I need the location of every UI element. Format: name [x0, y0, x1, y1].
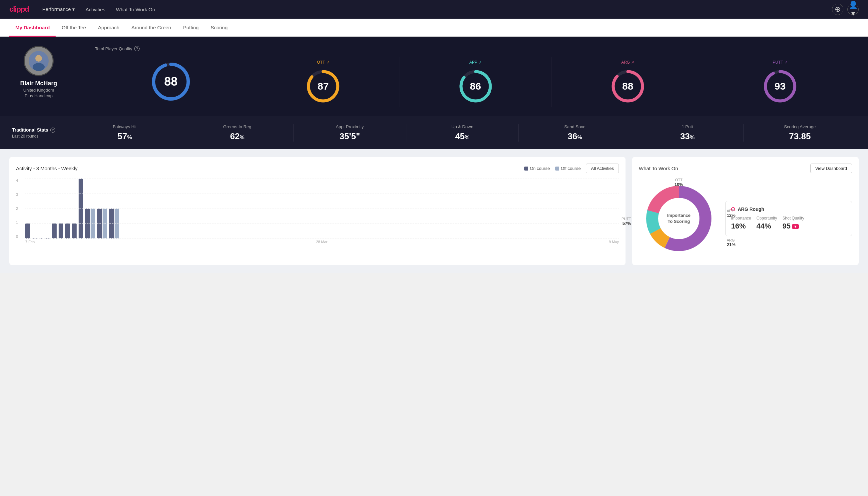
donut-label-putt: PUTT 57% [621, 217, 631, 226]
tab-my-dashboard[interactable]: My Dashboard [9, 19, 56, 37]
nav-activities[interactable]: Activities [85, 7, 105, 12]
gauge-app-value: 86 [470, 81, 481, 92]
circle-ott: 87 [305, 68, 342, 105]
tab-off-the-tee[interactable]: Off the Tee [56, 19, 92, 37]
detail-card-header: ARG Rough [731, 206, 846, 212]
x-label-feb: 7 Feb [25, 240, 35, 244]
detail-card-name: ARG Rough [738, 206, 764, 212]
gauge-ott-label: OTT ↗ [317, 60, 329, 65]
ds-importance: Importance 16% [731, 216, 751, 231]
donut-chart-wrap: Importance To Scoring OTT 10% APP 12% AR… [639, 179, 719, 259]
bar-off [114, 208, 119, 238]
gauge-arg: ARG ↗ 88 [552, 57, 704, 107]
profile-country: United Kingdom [23, 88, 54, 93]
bar-on [65, 223, 70, 238]
legend-on-course: On course [524, 166, 550, 171]
stat-1-putt: 1 Putt 33% [631, 124, 744, 142]
ds-quality-val: 95▼ [783, 222, 804, 231]
bar-group-11 [97, 208, 107, 238]
circle-app: 86 [457, 68, 494, 105]
wtw-card: What To Work On View Dashboard [632, 157, 859, 265]
bar-group-3 [38, 238, 43, 238]
ds-shot-quality: Shot Quality 95▼ [783, 216, 804, 231]
view-dashboard-button[interactable]: View Dashboard [810, 164, 852, 173]
tab-approach[interactable]: Approach [92, 19, 125, 37]
nav-performance[interactable]: Performance ▾ [42, 6, 75, 12]
activity-card-title: Activity - 3 Months - Weekly [16, 166, 78, 171]
top-nav: clippd Performance ▾ Activities What To … [0, 0, 868, 19]
wtw-header: What To Work On View Dashboard [639, 164, 852, 173]
bar-empty [45, 238, 50, 238]
donut-label-ott: OTT 10% [675, 178, 683, 187]
user-menu-button[interactable]: 👤 ▾ [847, 4, 859, 15]
stat-sand-save: Sand Save 36% [519, 124, 631, 142]
gauge-main-value: 88 [164, 75, 177, 89]
activity-controls: On course Off course All Activities [524, 164, 619, 173]
trad-stats-help-icon[interactable]: ? [50, 128, 55, 133]
y-axis: 43210 [16, 179, 18, 238]
bar-group-1 [25, 223, 30, 238]
circle-putt: 93 [762, 68, 799, 105]
donut-center-label: Importance To Scoring [667, 213, 691, 224]
bar-empty [32, 238, 37, 238]
stat-scoring-avg: Scoring Average 73.85 [744, 124, 856, 142]
donut-center-text: Importance To Scoring [667, 213, 691, 224]
tab-scoring[interactable]: Scoring [205, 19, 234, 37]
bar-group-6 [59, 223, 63, 238]
bar-on [109, 208, 114, 238]
bar-on [59, 223, 63, 238]
gauge-main: 88 [95, 57, 247, 107]
trad-stats-label: Traditional Stats ? [12, 127, 55, 133]
gauge-putt-label: PUTT ↗ [773, 60, 787, 65]
tab-around-the-green[interactable]: Around the Green [125, 19, 177, 37]
bar-group-10 [85, 208, 95, 238]
trad-stats-subtitle: Last 20 rounds [12, 134, 55, 139]
bar-on [97, 208, 102, 238]
quality-section: Total Player Quality ? 88 [95, 46, 856, 107]
ds-opportunity-label: Opportunity [756, 216, 777, 220]
legend-off-course: Off course [555, 166, 581, 171]
bar-on [79, 179, 83, 238]
detail-card: ARG Rough Importance 16% Opportunity 44%… [725, 201, 852, 236]
legend-off-dot [555, 167, 559, 171]
bar-group-2 [32, 238, 37, 238]
nav-what-to-work-on[interactable]: What To Work On [116, 7, 155, 12]
gauge-arg-label: ARG ↗ [621, 60, 634, 65]
tab-putting[interactable]: Putting [177, 19, 205, 37]
profile-name: Blair McHarg [20, 80, 57, 87]
logo[interactable]: clippd [9, 5, 29, 14]
stats-section: Traditional Stats ? Last 20 rounds Fairw… [0, 117, 868, 149]
quality-help-icon[interactable]: ? [134, 46, 140, 51]
svg-point-1 [35, 55, 42, 62]
bar-group-5 [52, 223, 57, 238]
gauge-putt: PUTT ↗ 93 [704, 57, 856, 107]
activity-card-header: Activity - 3 Months - Weekly On course O… [16, 164, 619, 173]
gauge-putt-value: 93 [774, 81, 785, 92]
bar-group-12 [109, 208, 119, 238]
gauge-ott: OTT ↗ 87 [247, 57, 399, 107]
nav-links: Performance ▾ Activities What To Work On [42, 6, 155, 12]
bar-on [25, 223, 30, 238]
quality-badge: ▼ [792, 224, 799, 229]
main-content: Activity - 3 Months - Weekly On course O… [0, 149, 868, 273]
nav-right: ⊕ 👤 ▾ [832, 4, 859, 15]
profile-section: Blair McHarg United Kingdom Plus Handica… [12, 46, 65, 98]
all-activities-button[interactable]: All Activities [586, 164, 619, 173]
bar-empty [38, 238, 43, 238]
circle-main: 88 [149, 60, 192, 103]
bar-group-9 [79, 179, 83, 238]
wtw-title: What To Work On [639, 166, 678, 171]
bar-group-4 [45, 238, 50, 238]
gauges: 88 OTT ↗ 87 [95, 57, 856, 107]
quality-title: Total Player Quality ? [95, 46, 856, 51]
bar-on [85, 208, 90, 238]
add-button[interactable]: ⊕ [832, 4, 843, 15]
divider-profile [80, 46, 80, 107]
ds-importance-val: 16% [731, 222, 751, 231]
bar-on [72, 223, 77, 238]
bar-off [102, 208, 107, 238]
ds-opportunity: Opportunity 44% [756, 216, 777, 231]
bar-chart-inner: 43210 [16, 179, 619, 238]
stat-label-group: Traditional Stats ? Last 20 rounds [12, 127, 55, 139]
gauge-arg-value: 88 [622, 81, 633, 92]
